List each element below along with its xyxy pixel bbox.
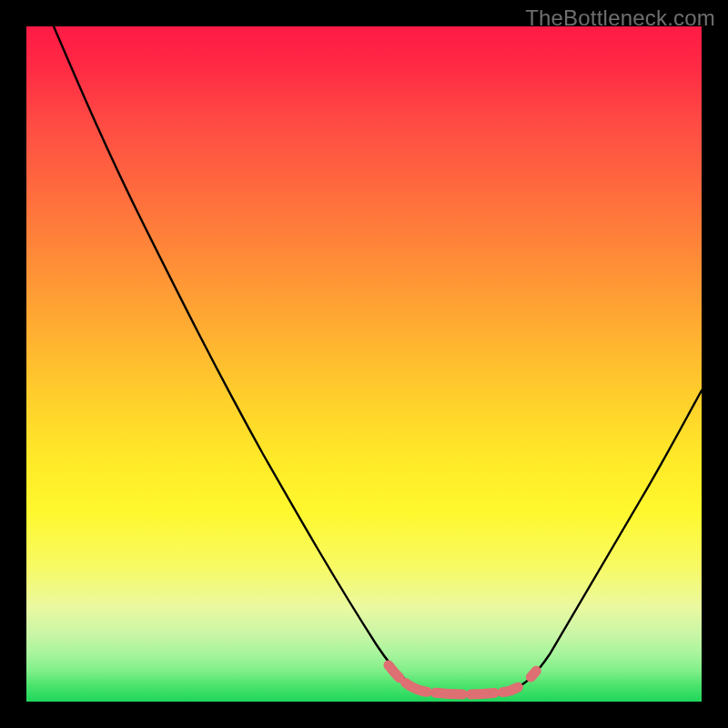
plot-area: [25, 25, 703, 703]
optimal-range-highlight: [389, 665, 541, 694]
bottleneck-curve: [54, 26, 702, 694]
curve-overlay: [26, 26, 702, 702]
chart-frame: TheBottleneck.com: [0, 0, 728, 728]
watermark-text: TheBottleneck.com: [525, 5, 715, 31]
